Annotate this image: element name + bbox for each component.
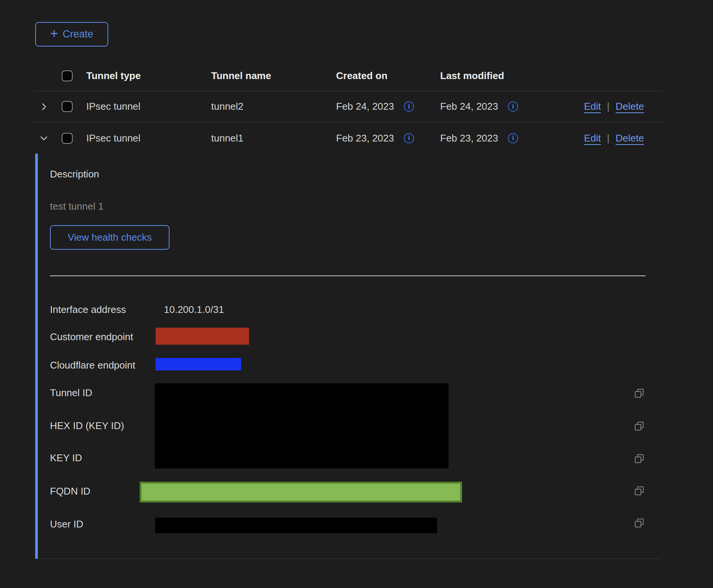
row-checkbox[interactable] (62, 101, 73, 112)
ids-redaction-box (155, 383, 448, 468)
delete-link[interactable]: Delete (616, 132, 644, 144)
customer-endpoint-label: Customer endpoint (50, 330, 133, 343)
cloudflare-endpoint-label: Cloudflare endpoint (50, 359, 135, 372)
create-button-label: Create (62, 28, 93, 40)
header-last-modified: Last modified (440, 70, 584, 82)
user-id-label: User ID (50, 518, 83, 530)
created-on-value: Feb 24, 2023 (336, 101, 394, 112)
copy-icon (634, 387, 645, 399)
copy-icon (634, 453, 645, 464)
copy-fqdn-id-button[interactable] (633, 485, 645, 497)
cloudflare-endpoint-redaction (156, 358, 241, 370)
interface-address-value: 10.200.1.0/31 (164, 303, 224, 316)
select-all-checkbox[interactable] (62, 70, 73, 81)
description-value: test tunnel 1 (50, 200, 104, 213)
chevron-down-icon[interactable] (39, 133, 49, 143)
tunnel-id-label: Tunnel ID (50, 386, 92, 399)
row-checkbox[interactable] (62, 133, 73, 144)
copy-user-id-button[interactable] (633, 517, 645, 529)
action-separator: | (607, 101, 610, 112)
tunnel-name-cell: tunnel2 (211, 101, 336, 112)
header-created-on: Created on (336, 70, 440, 82)
copy-icon (634, 420, 645, 432)
info-icon[interactable]: i (508, 133, 518, 143)
copy-key-id-button[interactable] (633, 453, 645, 465)
last-modified-value: Feb 24, 2023 (440, 101, 498, 112)
edit-link[interactable]: Edit (584, 101, 601, 112)
hex-id-label: HEX ID (KEY ID) (50, 419, 124, 432)
header-tunnel-type: Tunnel type (86, 70, 211, 82)
copy-icon (634, 517, 645, 529)
tunnels-page: + Create Tunnel type Tunnel name Created… (0, 0, 713, 588)
info-icon[interactable]: i (404, 101, 414, 112)
fqdn-id-label: FQDN ID (50, 485, 90, 498)
tunnels-table: Tunnel type Tunnel name Created on Last … (35, 61, 661, 154)
chevron-right-icon[interactable] (39, 102, 49, 112)
tunnel-name-cell: tunnel1 (211, 132, 336, 144)
interface-address-label: Interface address (50, 303, 126, 316)
expanded-tunnel-detail: Description test tunnel 1 View health ch… (35, 154, 661, 559)
tunnel-type-cell: IPsec tunnel (86, 101, 211, 112)
delete-link[interactable]: Delete (616, 101, 644, 112)
customer-endpoint-redaction (156, 328, 249, 345)
header-tunnel-name: Tunnel name (211, 70, 336, 82)
table-header-row: Tunnel type Tunnel name Created on Last … (35, 61, 661, 91)
created-on-value: Feb 23, 2023 (336, 132, 394, 144)
fqdn-id-redaction (140, 482, 462, 502)
edit-link[interactable]: Edit (584, 132, 601, 144)
create-button[interactable]: + Create (35, 22, 108, 47)
description-label: Description (50, 168, 99, 180)
copy-icon (634, 485, 645, 496)
table-row-tunnel2: IPsec tunnel tunnel2 Feb 24, 2023 i Feb … (35, 91, 661, 122)
select-all-cell (62, 70, 86, 81)
action-separator: | (607, 132, 610, 144)
copy-hex-id-button[interactable] (633, 420, 645, 432)
info-icon[interactable]: i (508, 101, 518, 112)
key-id-label: KEY ID (50, 451, 82, 464)
tunnel-type-cell: IPsec tunnel (86, 132, 211, 144)
copy-tunnel-id-button[interactable] (633, 387, 645, 399)
section-divider (50, 275, 646, 276)
last-modified-value: Feb 23, 2023 (440, 132, 498, 144)
info-icon[interactable]: i (404, 133, 414, 143)
table-row-tunnel1: IPsec tunnel tunnel1 Feb 23, 2023 i Feb … (35, 122, 661, 154)
plus-icon: + (50, 27, 58, 40)
view-health-checks-button[interactable]: View health checks (50, 225, 170, 250)
user-id-redaction (155, 518, 437, 533)
